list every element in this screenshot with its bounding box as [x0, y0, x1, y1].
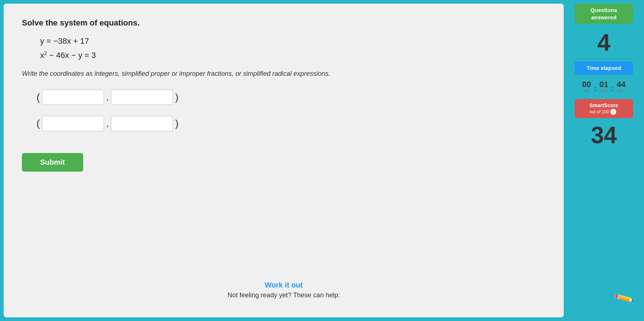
submit-button[interactable]: Submit — [22, 153, 83, 172]
coordinate-row-2: ( , ) — [36, 116, 545, 131]
work-it-out-link[interactable]: Work it out — [228, 281, 340, 289]
main-content: Solve the system of equations. y = −38x … — [4, 4, 564, 317]
smartscore-value: 34 — [591, 122, 617, 149]
smartscore-badge: SmartScore out of 100 i — [575, 99, 633, 118]
sidebar: Questions answered 4 Time elapsed 00 HR … — [564, 0, 644, 321]
coord1-input1[interactable] — [42, 90, 104, 105]
work-it-out-section: Work it out Not feeling ready yet? These… — [228, 281, 340, 299]
coordinate-row-1: ( , ) — [36, 90, 545, 105]
timer-minutes: 01 — [599, 80, 608, 89]
equation1: y = −38x + 17 — [40, 36, 545, 46]
timer-seconds-group: 44 SEC — [617, 80, 625, 94]
comma-1: , — [106, 92, 109, 102]
coord1-input2[interactable] — [111, 90, 173, 105]
instructions: Write the coordinates as integers, simpl… — [22, 69, 350, 79]
problem-title: Solve the system of equations. — [22, 18, 545, 28]
timer-sep-2: : — [611, 85, 614, 93]
comma-2: , — [106, 118, 109, 129]
time-elapsed-badge: Time elapsed — [575, 62, 633, 75]
timer-hours-label: HR — [584, 89, 589, 93]
equation2: x2 − 46x − y = 3 — [40, 50, 545, 60]
timer-seconds-label: SEC — [617, 89, 625, 93]
questions-answered-badge: Questions answered — [575, 4, 633, 24]
timer-display: 00 HR : 01 MIN : 44 SEC — [582, 80, 626, 94]
open-paren-2: ( — [36, 118, 40, 129]
open-paren-1: ( — [36, 91, 40, 103]
pencil-icon: ✏️ — [570, 286, 638, 321]
timer-hours-group: 00 HR — [582, 80, 591, 94]
coord2-input1[interactable] — [42, 116, 104, 131]
close-paren-2: ) — [175, 118, 178, 129]
timer-seconds: 44 — [617, 80, 625, 89]
not-ready-text: Not feeling ready yet? These can help: — [228, 291, 340, 299]
timer-sep-1: : — [594, 85, 597, 93]
coord2-input2[interactable] — [111, 116, 173, 131]
info-icon[interactable]: i — [610, 109, 616, 115]
timer-hours: 00 — [582, 80, 591, 89]
timer-minutes-label: MIN — [601, 89, 607, 93]
close-paren-1: ) — [175, 91, 178, 103]
questions-count: 4 — [597, 29, 610, 56]
timer-minutes-group: 01 MIN — [599, 80, 608, 94]
